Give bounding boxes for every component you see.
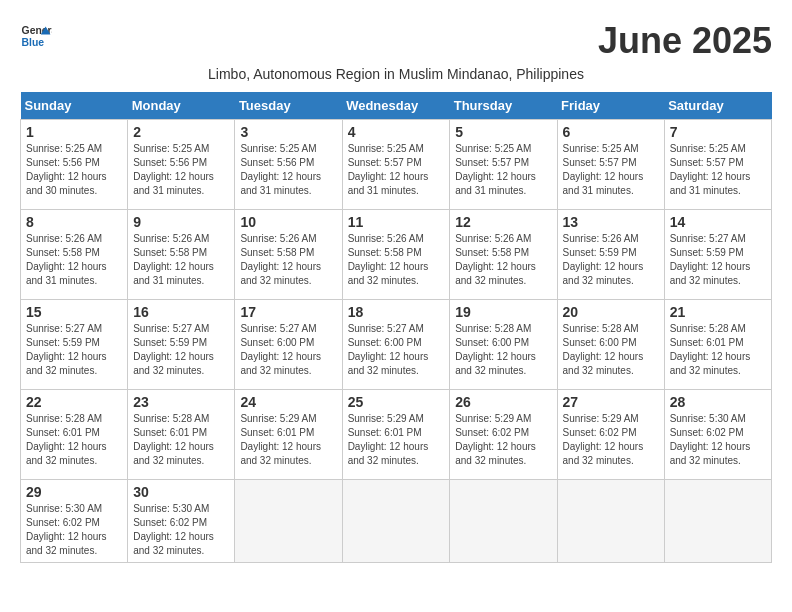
- month-title: June 2025: [598, 20, 772, 62]
- day-detail: Sunrise: 5:27 AMSunset: 5:59 PMDaylight:…: [133, 322, 229, 378]
- day-detail: Sunrise: 5:30 AMSunset: 6:02 PMDaylight:…: [26, 502, 122, 558]
- calendar-cell: 11 Sunrise: 5:26 AMSunset: 5:58 PMDaylig…: [342, 210, 450, 300]
- calendar-cell: 29 Sunrise: 5:30 AMSunset: 6:02 PMDaylig…: [21, 480, 128, 563]
- day-number: 28: [670, 394, 766, 410]
- day-number: 21: [670, 304, 766, 320]
- day-number: 13: [563, 214, 659, 230]
- day-number: 14: [670, 214, 766, 230]
- calendar-cell: 27 Sunrise: 5:29 AMSunset: 6:02 PMDaylig…: [557, 390, 664, 480]
- day-number: 12: [455, 214, 551, 230]
- day-number: 27: [563, 394, 659, 410]
- day-number: 16: [133, 304, 229, 320]
- page-header: General Blue June 2025: [20, 20, 772, 62]
- day-detail: Sunrise: 5:30 AMSunset: 6:02 PMDaylight:…: [670, 412, 766, 468]
- day-detail: Sunrise: 5:25 AMSunset: 5:56 PMDaylight:…: [133, 142, 229, 198]
- calendar-week-row: 8 Sunrise: 5:26 AMSunset: 5:58 PMDayligh…: [21, 210, 772, 300]
- calendar-cell: 5 Sunrise: 5:25 AMSunset: 5:57 PMDayligh…: [450, 120, 557, 210]
- day-detail: Sunrise: 5:25 AMSunset: 5:57 PMDaylight:…: [455, 142, 551, 198]
- day-detail: Sunrise: 5:28 AMSunset: 6:01 PMDaylight:…: [133, 412, 229, 468]
- day-detail: Sunrise: 5:27 AMSunset: 6:00 PMDaylight:…: [348, 322, 445, 378]
- col-monday: Monday: [128, 92, 235, 120]
- day-detail: Sunrise: 5:26 AMSunset: 5:58 PMDaylight:…: [348, 232, 445, 288]
- calendar-cell: 16 Sunrise: 5:27 AMSunset: 5:59 PMDaylig…: [128, 300, 235, 390]
- day-detail: Sunrise: 5:25 AMSunset: 5:57 PMDaylight:…: [348, 142, 445, 198]
- day-number: 1: [26, 124, 122, 140]
- calendar-cell: 24 Sunrise: 5:29 AMSunset: 6:01 PMDaylig…: [235, 390, 342, 480]
- calendar-cell: 9 Sunrise: 5:26 AMSunset: 5:58 PMDayligh…: [128, 210, 235, 300]
- col-sunday: Sunday: [21, 92, 128, 120]
- day-number: 26: [455, 394, 551, 410]
- day-number: 24: [240, 394, 336, 410]
- calendar-cell: [557, 480, 664, 563]
- day-detail: Sunrise: 5:29 AMSunset: 6:02 PMDaylight:…: [563, 412, 659, 468]
- calendar-cell: 10 Sunrise: 5:26 AMSunset: 5:58 PMDaylig…: [235, 210, 342, 300]
- day-detail: Sunrise: 5:28 AMSunset: 6:00 PMDaylight:…: [455, 322, 551, 378]
- calendar-cell: 30 Sunrise: 5:30 AMSunset: 6:02 PMDaylig…: [128, 480, 235, 563]
- col-wednesday: Wednesday: [342, 92, 450, 120]
- calendar-week-row: 1 Sunrise: 5:25 AMSunset: 5:56 PMDayligh…: [21, 120, 772, 210]
- day-number: 3: [240, 124, 336, 140]
- logo: General Blue: [20, 20, 52, 52]
- calendar-cell: 25 Sunrise: 5:29 AMSunset: 6:01 PMDaylig…: [342, 390, 450, 480]
- day-number: 30: [133, 484, 229, 500]
- day-detail: Sunrise: 5:27 AMSunset: 5:59 PMDaylight:…: [670, 232, 766, 288]
- calendar-cell: 20 Sunrise: 5:28 AMSunset: 6:00 PMDaylig…: [557, 300, 664, 390]
- day-number: 7: [670, 124, 766, 140]
- day-detail: Sunrise: 5:30 AMSunset: 6:02 PMDaylight:…: [133, 502, 229, 558]
- calendar-cell: 13 Sunrise: 5:26 AMSunset: 5:59 PMDaylig…: [557, 210, 664, 300]
- day-detail: Sunrise: 5:26 AMSunset: 5:58 PMDaylight:…: [240, 232, 336, 288]
- calendar-cell: 1 Sunrise: 5:25 AMSunset: 5:56 PMDayligh…: [21, 120, 128, 210]
- day-number: 10: [240, 214, 336, 230]
- logo-icon: General Blue: [20, 20, 52, 52]
- day-number: 19: [455, 304, 551, 320]
- day-number: 17: [240, 304, 336, 320]
- calendar-cell: 15 Sunrise: 5:27 AMSunset: 5:59 PMDaylig…: [21, 300, 128, 390]
- col-friday: Friday: [557, 92, 664, 120]
- day-number: 4: [348, 124, 445, 140]
- calendar-cell: [342, 480, 450, 563]
- calendar-cell: 4 Sunrise: 5:25 AMSunset: 5:57 PMDayligh…: [342, 120, 450, 210]
- calendar-week-row: 22 Sunrise: 5:28 AMSunset: 6:01 PMDaylig…: [21, 390, 772, 480]
- day-number: 15: [26, 304, 122, 320]
- calendar-cell: 21 Sunrise: 5:28 AMSunset: 6:01 PMDaylig…: [664, 300, 771, 390]
- day-number: 11: [348, 214, 445, 230]
- day-detail: Sunrise: 5:25 AMSunset: 5:57 PMDaylight:…: [563, 142, 659, 198]
- day-detail: Sunrise: 5:25 AMSunset: 5:57 PMDaylight:…: [670, 142, 766, 198]
- day-detail: Sunrise: 5:27 AMSunset: 5:59 PMDaylight:…: [26, 322, 122, 378]
- calendar-cell: [450, 480, 557, 563]
- day-detail: Sunrise: 5:26 AMSunset: 5:59 PMDaylight:…: [563, 232, 659, 288]
- day-detail: Sunrise: 5:28 AMSunset: 6:00 PMDaylight:…: [563, 322, 659, 378]
- day-number: 29: [26, 484, 122, 500]
- calendar-cell: 8 Sunrise: 5:26 AMSunset: 5:58 PMDayligh…: [21, 210, 128, 300]
- calendar-cell: [235, 480, 342, 563]
- day-number: 2: [133, 124, 229, 140]
- day-detail: Sunrise: 5:28 AMSunset: 6:01 PMDaylight:…: [670, 322, 766, 378]
- calendar-cell: 18 Sunrise: 5:27 AMSunset: 6:00 PMDaylig…: [342, 300, 450, 390]
- calendar-cell: 14 Sunrise: 5:27 AMSunset: 5:59 PMDaylig…: [664, 210, 771, 300]
- calendar-cell: 6 Sunrise: 5:25 AMSunset: 5:57 PMDayligh…: [557, 120, 664, 210]
- day-number: 20: [563, 304, 659, 320]
- day-number: 8: [26, 214, 122, 230]
- day-number: 18: [348, 304, 445, 320]
- calendar-cell: 2 Sunrise: 5:25 AMSunset: 5:56 PMDayligh…: [128, 120, 235, 210]
- day-number: 22: [26, 394, 122, 410]
- day-number: 6: [563, 124, 659, 140]
- day-detail: Sunrise: 5:25 AMSunset: 5:56 PMDaylight:…: [26, 142, 122, 198]
- calendar-cell: 28 Sunrise: 5:30 AMSunset: 6:02 PMDaylig…: [664, 390, 771, 480]
- calendar-cell: 7 Sunrise: 5:25 AMSunset: 5:57 PMDayligh…: [664, 120, 771, 210]
- calendar-cell: 23 Sunrise: 5:28 AMSunset: 6:01 PMDaylig…: [128, 390, 235, 480]
- calendar-cell: 26 Sunrise: 5:29 AMSunset: 6:02 PMDaylig…: [450, 390, 557, 480]
- calendar-cell: 3 Sunrise: 5:25 AMSunset: 5:56 PMDayligh…: [235, 120, 342, 210]
- day-detail: Sunrise: 5:29 AMSunset: 6:01 PMDaylight:…: [348, 412, 445, 468]
- col-thursday: Thursday: [450, 92, 557, 120]
- calendar-cell: 17 Sunrise: 5:27 AMSunset: 6:00 PMDaylig…: [235, 300, 342, 390]
- col-tuesday: Tuesday: [235, 92, 342, 120]
- calendar-subtitle: Limbo, Autonomous Region in Muslim Minda…: [20, 66, 772, 82]
- day-detail: Sunrise: 5:25 AMSunset: 5:56 PMDaylight:…: [240, 142, 336, 198]
- calendar-cell: [664, 480, 771, 563]
- day-detail: Sunrise: 5:26 AMSunset: 5:58 PMDaylight:…: [133, 232, 229, 288]
- day-detail: Sunrise: 5:28 AMSunset: 6:01 PMDaylight:…: [26, 412, 122, 468]
- calendar-table: Sunday Monday Tuesday Wednesday Thursday…: [20, 92, 772, 563]
- day-detail: Sunrise: 5:26 AMSunset: 5:58 PMDaylight:…: [455, 232, 551, 288]
- day-number: 5: [455, 124, 551, 140]
